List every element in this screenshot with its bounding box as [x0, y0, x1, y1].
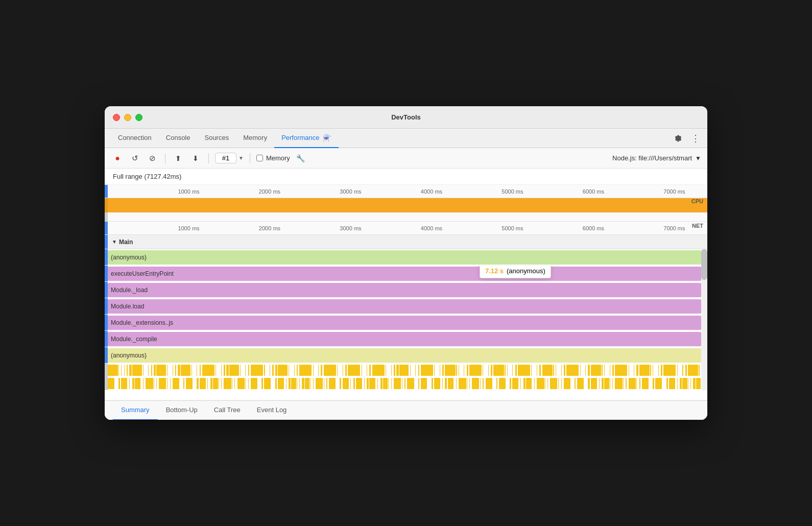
- main-label: Main: [119, 238, 133, 246]
- upload-button[interactable]: ⬆: [172, 152, 185, 165]
- main-header-content: ▼ Main: [108, 238, 133, 246]
- flame-bar-module-compile[interactable]: Module._compile: [108, 332, 701, 346]
- cpu-bar: CPU: [108, 198, 707, 212]
- bottom-tab-summary[interactable]: Summary: [113, 401, 158, 420]
- yellow-bars-track-1: [108, 364, 707, 377]
- node-dropdown-arrow[interactable]: ▼: [695, 155, 701, 162]
- tick-7000: 7000 ms: [663, 188, 685, 195]
- timeline-header-1: 1000 ms 2000 ms 3000 ms 4000 ms 5000 ms …: [105, 185, 707, 198]
- tooltip: 7.12 s (anonymous): [480, 266, 551, 278]
- tick-3000: 3000 ms: [340, 188, 361, 195]
- clear-button[interactable]: ⊘: [146, 152, 159, 165]
- flame-row-1-track: executeUserEntryPoint 7.12 s (anonymous): [108, 266, 707, 281]
- record-input[interactable]: [215, 153, 236, 163]
- main-content: Full range (7127.42ms) 1000 ms 2000 ms 3…: [105, 169, 707, 420]
- expand-icon[interactable]: ▼: [112, 239, 117, 245]
- record-button[interactable]: ●: [111, 152, 124, 165]
- flame-bar-executeUserEntryPoint[interactable]: executeUserEntryPoint: [108, 267, 701, 281]
- flame-row-2[interactable]: Module._load: [105, 282, 707, 298]
- flame-row-6[interactable]: (anonymous): [105, 347, 707, 364]
- flame-bar-anonymous-1[interactable]: (anonymous): [108, 348, 701, 363]
- tooltip-time: 7.12 s: [485, 267, 504, 275]
- close-button[interactable]: [113, 114, 120, 121]
- memory-label: Memory: [266, 154, 290, 162]
- more-options-icon[interactable]: ⋮: [690, 133, 701, 144]
- flame-label: Module._extensions..js: [111, 319, 173, 326]
- flame-row-0-track: (anonymous): [108, 249, 707, 265]
- flame-label: Module._compile: [111, 336, 157, 343]
- download-button[interactable]: ⬇: [189, 152, 202, 165]
- tick2-7000: 7000 ms: [663, 225, 685, 231]
- timeline-header-2: 1000 ms 2000 ms 3000 ms 4000 ms 5000 ms …: [105, 222, 707, 235]
- tick-2000: 2000 ms: [259, 188, 280, 195]
- tick-4000: 4000 ms: [421, 188, 442, 195]
- flame-row-4-track: Module._extensions..js: [108, 315, 707, 330]
- record-dropdown-arrow[interactable]: ▼: [238, 155, 244, 161]
- tabs-bar: Connection Console Sources Memory Perfor…: [105, 129, 707, 148]
- devtools-window: DevTools Connection Console Sources Memo…: [105, 106, 707, 420]
- traffic-lights: [113, 114, 142, 121]
- toolbar: ● ↺ ⊘ ⬆ ⬇ ▼ Memory 🔧 Node.js: file:///Us…: [105, 148, 707, 169]
- tab-performance[interactable]: Performance ⚗️: [274, 129, 338, 148]
- tick-6000: 6000 ms: [583, 188, 604, 195]
- window-title: DevTools: [391, 113, 421, 121]
- flame-label: executeUserEntryPoint: [111, 270, 174, 277]
- node-selector[interactable]: Node.js: file:///Users/stmart ▼: [612, 154, 701, 162]
- flame-row-1[interactable]: executeUserEntryPoint 7.12 s (anonymous): [105, 266, 707, 282]
- scrollbar-thumb[interactable]: [701, 249, 707, 280]
- timeline-ticks-2: 1000 ms 2000 ms 3000 ms 4000 ms 5000 ms …: [108, 222, 707, 235]
- flame-row-5[interactable]: Module._compile: [105, 331, 707, 347]
- memory-checkbox-input[interactable]: [256, 155, 263, 161]
- bottom-tab-bottomup[interactable]: Bottom-Up: [158, 401, 206, 420]
- flame-row-4[interactable]: Module._extensions..js: [105, 315, 707, 331]
- reload-button[interactable]: ↺: [128, 152, 141, 165]
- flame-area: (anonymous) executeUserEntryPoint 7.12 s…: [105, 249, 707, 390]
- bottom-tab-calltree[interactable]: Call Tree: [206, 401, 249, 420]
- timeline-ticks-1: 1000 ms 2000 ms 3000 ms 4000 ms 5000 ms …: [108, 185, 707, 198]
- flame-row-3[interactable]: Module.load: [105, 298, 707, 315]
- maximize-button[interactable]: [135, 114, 142, 121]
- bottom-tab-eventlog[interactable]: Event Log: [249, 401, 295, 420]
- full-range-label: Full range (7127.42ms): [105, 169, 707, 185]
- flame-bar-module-load2[interactable]: Module.load: [108, 299, 701, 314]
- scrollbar-track: [701, 249, 707, 390]
- yellow-bars-row-2: [105, 377, 707, 390]
- divider-2: [208, 153, 209, 163]
- tab-connection[interactable]: Connection: [111, 129, 159, 148]
- tick-5000: 5000 ms: [501, 188, 523, 195]
- yellow-bars-row-1: [105, 364, 707, 377]
- tick-1000: 1000 ms: [178, 188, 199, 195]
- tab-sources[interactable]: Sources: [197, 129, 236, 148]
- flask-icon: ⚗️: [323, 134, 331, 142]
- memory-checkbox[interactable]: Memory: [256, 154, 290, 162]
- flame-label: Module._load: [111, 286, 148, 294]
- flame-bar-module-load[interactable]: Module._load: [108, 283, 701, 297]
- flame-row-6-track: (anonymous): [108, 347, 707, 363]
- flame-row-0[interactable]: (anonymous): [105, 249, 707, 266]
- net-left: [105, 212, 108, 221]
- flame-bar-module-extensions[interactable]: Module._extensions..js: [108, 316, 701, 330]
- divider-3: [250, 153, 250, 163]
- spacer-row: [105, 390, 707, 400]
- cpu-row: CPU: [105, 198, 707, 212]
- minimize-button[interactable]: [124, 114, 131, 121]
- tick2-4000: 4000 ms: [421, 225, 442, 231]
- cpu-label: CPU: [691, 198, 703, 204]
- memory-icon[interactable]: 🔧: [294, 152, 307, 165]
- divider-1: [165, 153, 165, 163]
- flame-row-3-track: Module.load: [108, 298, 707, 314]
- settings-icon[interactable]: [673, 133, 684, 144]
- tick2-2000: 2000 ms: [259, 225, 280, 231]
- tooltip-label: (anonymous): [507, 267, 545, 275]
- tab-memory[interactable]: Memory: [236, 129, 274, 148]
- tick2-5000: 5000 ms: [501, 225, 523, 231]
- flame-row-5-track: Module._compile: [108, 331, 707, 347]
- tick2-6000: 6000 ms: [583, 225, 604, 231]
- bottom-tabs: Summary Bottom-Up Call Tree Event Log: [105, 400, 707, 420]
- flame-label: (anonymous): [111, 352, 147, 359]
- tab-console[interactable]: Console: [159, 129, 198, 148]
- flame-bar-anonymous-0[interactable]: (anonymous): [108, 250, 701, 265]
- main-section-header: ▼ Main: [105, 235, 707, 249]
- flame-label: (anonymous): [111, 254, 147, 261]
- tick2-1000: 1000 ms: [178, 225, 199, 231]
